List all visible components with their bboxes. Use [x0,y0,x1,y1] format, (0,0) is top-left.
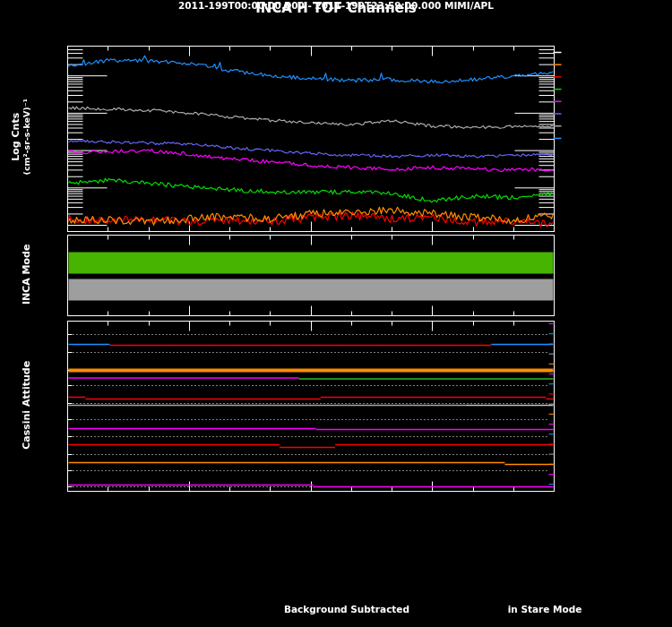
y-axis-title-cassini-attitude: Cassini Attitude [22,315,33,494]
stare-mode-note: in Stare Mode [491,604,599,614]
plot-canvas [0,0,672,627]
background-subtracted-note: Background Subtracted [275,604,418,614]
time-range-subtitle: 2011-199T00:00:00.000 - 2011-199T23:59:0… [0,0,672,11]
inca-plot-page: { "title": "INCA H TOF Channels", "subti… [0,0,672,627]
